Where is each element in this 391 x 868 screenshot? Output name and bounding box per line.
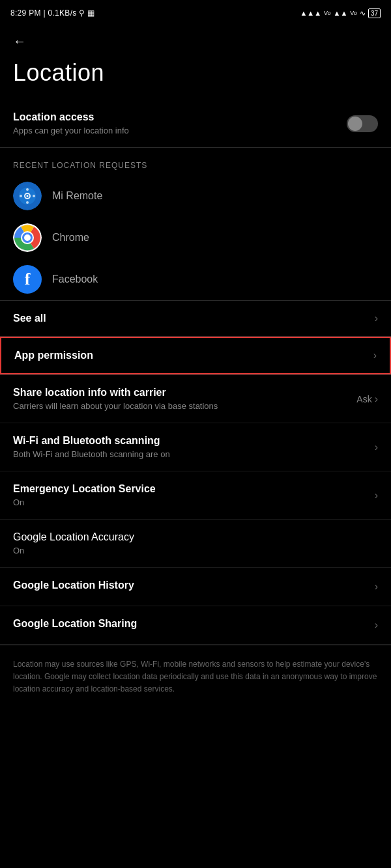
menu-item-google-history[interactable]: Google Location History › (0, 568, 391, 606)
emergency-location-content: Emergency Location Service On (13, 483, 156, 507)
page-title: Location (0, 54, 391, 100)
share-location-right: Ask › (356, 393, 378, 405)
chrome-icon-wrap (13, 223, 42, 252)
svg-point-2 (26, 188, 29, 191)
status-time: 8:29 PM (10, 8, 41, 18)
app-item-mi-remote[interactable]: Mi Remote (0, 175, 391, 217)
wifi-signal-icon: ▲▲ (334, 9, 348, 17)
signal-icon: ▲▲▲ (300, 9, 321, 17)
menu-item-share-location[interactable]: Share location info with carrier Carrier… (0, 375, 391, 423)
vo-icon: Vo (324, 10, 331, 16)
mi-remote-icon (13, 182, 42, 210)
wifi-bluetooth-title: Wi-Fi and Bluetooth scanning (13, 435, 170, 447)
wifi-bluetooth-right: › (375, 441, 378, 453)
share-location-subtitle: Carriers will learn about your location … (13, 401, 218, 411)
emergency-location-subtitle: On (13, 497, 156, 507)
status-time-speed: 8:29 PM | 0.1KB/s ⚲ ▦ (10, 8, 94, 18)
location-access-toggle[interactable] (347, 115, 378, 132)
wifi-bluetooth-chevron-icon: › (375, 441, 378, 453)
facebook-icon: f (13, 265, 42, 294)
app-permission-title: App permission (14, 350, 93, 361)
chrome-label: Chrome (52, 232, 89, 244)
toggle-thumb (348, 117, 362, 131)
menu-item-emergency-location[interactable]: Emergency Location Service On › (0, 471, 391, 520)
google-sharing-right: › (375, 619, 378, 631)
app-permission-item[interactable]: App permission › (0, 337, 391, 374)
google-accuracy-content: Google Location Accuracy On (13, 531, 134, 555)
mi-remote-icon-wrap (13, 182, 42, 210)
see-all-label: See all (13, 313, 46, 324)
svg-point-5 (33, 195, 35, 197)
google-sharing-content: Google Location Sharing (13, 618, 137, 632)
status-icons: ▲▲▲ Vo ▲▲ Vo ∿ 37 (300, 8, 381, 18)
battery-indicator: 37 (368, 8, 381, 18)
share-location-chevron-icon: › (375, 393, 378, 405)
svg-point-3 (26, 201, 29, 204)
svg-point-12 (24, 234, 31, 241)
footer-note: Location may use sources like GPS, Wi-Fi… (0, 645, 391, 716)
wifi-bluetooth-subtitle: Both Wi-Fi and Bluetooth scanning are on (13, 449, 170, 459)
see-all-chevron-icon: › (375, 313, 378, 324)
vo2-icon: Vo (350, 10, 357, 16)
location-access-row: Location access Apps can get your locati… (0, 100, 391, 147)
menu-item-google-accuracy[interactable]: Google Location Accuracy On (0, 520, 391, 568)
google-history-right: › (375, 581, 378, 593)
app-permission-chevron-icon: › (373, 350, 377, 361)
app-item-facebook[interactable]: f Facebook (0, 259, 391, 300)
facebook-label: Facebook (52, 273, 98, 285)
status-bar: 8:29 PM | 0.1KB/s ⚲ ▦ ▲▲▲ Vo ▲▲ Vo ∿ 37 (0, 0, 391, 23)
wifi-bluetooth-content: Wi-Fi and Bluetooth scanning Both Wi-Fi … (13, 435, 170, 459)
emergency-location-right: › (375, 490, 378, 501)
mi-remote-label: Mi Remote (52, 190, 102, 202)
back-button[interactable]: ← (0, 23, 391, 54)
share-location-value: Ask (356, 394, 371, 404)
app-item-chrome[interactable]: Chrome (0, 217, 391, 259)
chrome-icon (13, 223, 42, 252)
back-arrow-icon: ← (13, 34, 26, 48)
google-sharing-title: Google Location Sharing (13, 618, 137, 630)
location-access-subtitle: Apps can get your location info (13, 126, 129, 135)
share-location-content: Share location info with carrier Carrier… (13, 387, 218, 411)
google-sharing-chevron-icon: › (375, 619, 378, 631)
location-access-text: Location access Apps can get your locati… (13, 111, 129, 135)
emergency-location-chevron-icon: › (375, 490, 378, 501)
wifi-icon: ∿ (360, 9, 366, 18)
share-location-title: Share location info with carrier (13, 387, 218, 399)
see-all-item[interactable]: See all › (0, 301, 391, 336)
svg-point-4 (20, 195, 22, 197)
svg-point-7 (27, 195, 29, 197)
google-history-title: Google Location History (13, 580, 134, 591)
menu-item-wifi-bluetooth[interactable]: Wi-Fi and Bluetooth scanning Both Wi-Fi … (0, 423, 391, 471)
location-access-title: Location access (13, 111, 129, 123)
google-accuracy-subtitle: On (13, 546, 134, 555)
recent-section-header: RECENT LOCATION REQUESTS (0, 148, 391, 175)
mi-remote-svg (18, 187, 36, 205)
emergency-location-title: Emergency Location Service (13, 483, 156, 495)
status-speed: 0.1KB/s (48, 8, 76, 18)
facebook-icon-wrap: f (13, 265, 42, 294)
google-history-chevron-icon: › (375, 581, 378, 593)
battery-level: 37 (371, 10, 378, 17)
google-history-content: Google Location History (13, 580, 134, 594)
menu-item-google-sharing[interactable]: Google Location Sharing › (0, 606, 391, 645)
google-accuracy-title: Google Location Accuracy (13, 531, 134, 543)
